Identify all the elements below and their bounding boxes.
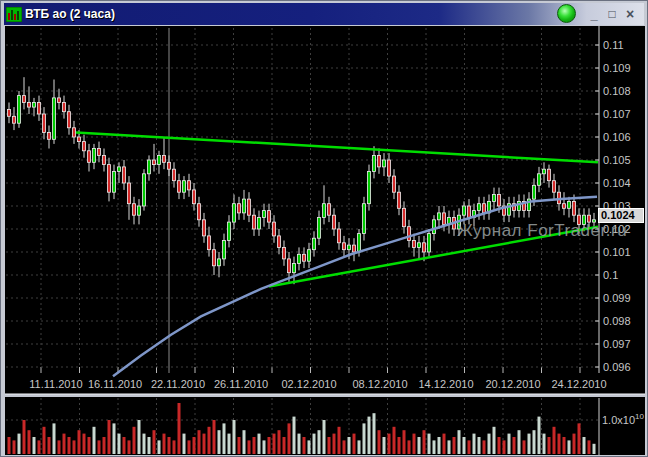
volume-bar xyxy=(543,434,546,454)
candle-down xyxy=(468,206,471,218)
price-tick-label: 0.101 xyxy=(603,246,631,258)
volume-bar xyxy=(388,434,391,454)
volume-bar xyxy=(443,434,446,454)
last-price-badge: 0.1024 xyxy=(598,208,644,223)
volume-bar xyxy=(8,437,11,454)
date-label: 11.11.2010 xyxy=(29,378,82,390)
candle-up xyxy=(318,218,321,239)
candle-down xyxy=(198,204,201,220)
volume-bar xyxy=(128,440,131,454)
candle-down xyxy=(108,165,111,193)
candle-up xyxy=(158,155,161,164)
candle-down xyxy=(573,201,576,215)
candle-down xyxy=(83,142,86,151)
volume-bar xyxy=(18,434,21,454)
volume-bar xyxy=(503,440,506,454)
volume-bar xyxy=(153,430,156,454)
candle-down xyxy=(588,215,591,222)
volume-bar xyxy=(258,434,261,454)
candle-up xyxy=(223,241,226,259)
candle-up xyxy=(263,211,266,218)
volume-bar xyxy=(438,437,441,454)
candle-down xyxy=(58,98,61,103)
candle-down xyxy=(353,245,356,252)
candle-up xyxy=(543,169,546,174)
volume-bar xyxy=(98,440,101,454)
volume-bar xyxy=(428,434,431,454)
candle-up xyxy=(228,222,231,240)
volume-bar xyxy=(583,437,586,454)
volume-bar xyxy=(508,434,511,454)
candle-down xyxy=(343,243,346,250)
volume-bar xyxy=(553,427,556,454)
volume-bar xyxy=(198,430,201,454)
volume-bar xyxy=(48,437,51,454)
candle-up xyxy=(433,220,436,234)
candle-down xyxy=(553,181,556,193)
volume-bar xyxy=(348,437,351,454)
candle-up xyxy=(533,185,536,199)
candle-up xyxy=(233,204,236,222)
volume-bar xyxy=(163,434,166,454)
volume-bar xyxy=(213,420,216,454)
price-tick-label: 0.099 xyxy=(603,292,631,304)
candle-down xyxy=(268,211,271,223)
volume-bar xyxy=(268,437,271,454)
candle-down xyxy=(498,195,501,207)
volume-bar xyxy=(33,437,36,454)
candle-down xyxy=(13,116,16,123)
volume-bar xyxy=(328,437,331,454)
candlestick-chart-canvas[interactable]: 0.110.1090.1080.1070.1060.1050.1040.1030… xyxy=(5,26,645,455)
candle-down xyxy=(173,169,176,181)
candle-down xyxy=(398,192,401,208)
candle-up xyxy=(383,160,386,167)
candle-up xyxy=(583,215,586,224)
volume-bar xyxy=(398,437,401,454)
volume-bar xyxy=(363,423,366,454)
candle-up xyxy=(363,204,366,234)
candle-up xyxy=(258,218,261,230)
candle-down xyxy=(68,112,71,128)
candle-up xyxy=(368,172,371,204)
candle-up xyxy=(323,204,326,218)
maximize-button[interactable]: □ xyxy=(604,6,620,23)
volume-bar xyxy=(73,440,76,454)
volume-bar xyxy=(203,434,206,454)
candle-up xyxy=(568,201,571,208)
volume-bar xyxy=(318,430,321,454)
candle-down xyxy=(413,241,416,248)
volume-bar xyxy=(393,427,396,454)
date-label: 24.12.2010 xyxy=(551,378,606,390)
candle-up xyxy=(243,199,246,213)
candle-up xyxy=(148,160,151,174)
price-tick-label: 0.1 xyxy=(603,269,618,281)
volume-bar xyxy=(563,437,566,454)
volume-bar xyxy=(418,437,421,454)
volume-bar xyxy=(278,430,281,454)
window-titlebar[interactable]: ВТБ ао (2 часа) _ □ × xyxy=(4,3,644,25)
candle-down xyxy=(78,137,81,142)
candle-down xyxy=(178,181,181,193)
volume-bar xyxy=(208,427,211,454)
volume-bar xyxy=(533,430,536,454)
volume-bar xyxy=(468,440,471,454)
date-label: 26.11.2010 xyxy=(214,378,268,390)
volume-bar xyxy=(188,440,191,454)
close-button[interactable]: × xyxy=(622,6,638,23)
candle-up xyxy=(33,103,36,108)
candle-down xyxy=(208,236,211,250)
candle-down xyxy=(98,149,101,156)
volume-bar xyxy=(498,437,501,454)
candle-down xyxy=(23,96,26,103)
volume-bar xyxy=(548,437,551,454)
date-label: 02.12.2010 xyxy=(281,378,336,390)
minimize-button[interactable]: _ xyxy=(586,6,602,23)
price-tick-label: 0.106 xyxy=(603,131,631,143)
candle-down xyxy=(388,160,391,176)
volume-bar xyxy=(168,437,171,454)
volume-bar xyxy=(13,440,16,454)
candle-down xyxy=(253,215,256,229)
date-label: 16.11.2010 xyxy=(88,378,142,390)
candle-down xyxy=(153,160,156,165)
volume-bar xyxy=(433,440,436,454)
